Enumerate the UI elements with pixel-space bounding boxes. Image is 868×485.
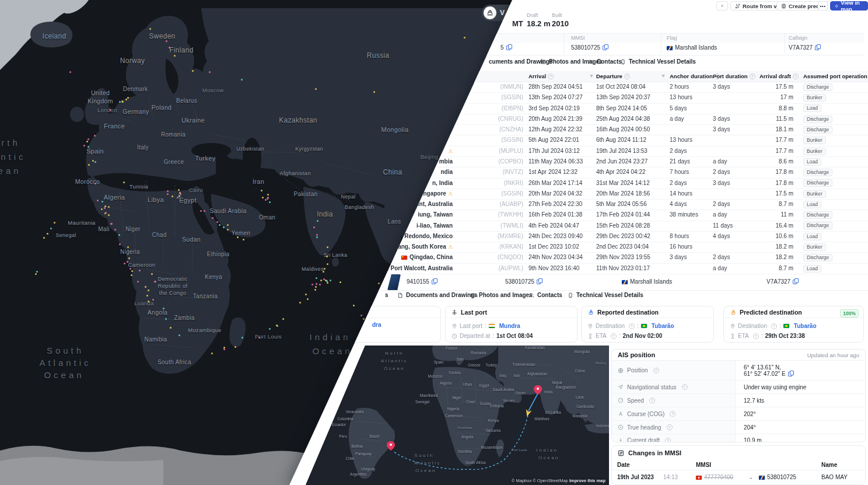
info-icon[interactable] [624, 74, 630, 79]
route-map-label: Namibia [458, 449, 472, 453]
route-map-label: Oman [515, 391, 526, 395]
destination-link[interactable]: Tubarão [794, 323, 817, 329]
route-map[interactable]: NorthAtlanticOceanSouthAtlanticOceanIndi… [306, 346, 609, 485]
copy-icon[interactable] [793, 278, 799, 284]
globe-icon [618, 368, 624, 374]
column-header[interactable]: Assumed port operation [803, 71, 868, 82]
port-name[interactable]: Morro Redondo, Mexico [386, 231, 453, 242]
table-row[interactable]: mbia(COPBO)11th May 2024 06:332nd Jun 20… [0, 156, 868, 168]
column-header[interactable]: Arrival [528, 71, 554, 82]
warning-icon[interactable]: ⚠ [448, 148, 453, 154]
port-name[interactable]: iung, Taiwan [418, 210, 453, 220]
copy-icon[interactable] [788, 371, 794, 376]
table-row[interactable]: Gwangyang, South Korea⚠(KRKAN)1st Dec 20… [0, 242, 868, 253]
table-row[interactable]: Qingdao, China(CNQDO)24th Nov 2023 04:34… [0, 252, 868, 263]
tab-technical-vessel-details[interactable]: Technical Vessel Details [568, 292, 643, 298]
table-row[interactable]: iung, Taiwan(TWKHH)16th Feb 2024 01:3817… [0, 210, 868, 221]
info-icon[interactable] [548, 74, 554, 79]
copy-icon[interactable] [432, 278, 438, 284]
info-icon[interactable] [667, 424, 673, 430]
copy-icon[interactable] [506, 44, 512, 50]
anchor-duration-cell: 3 days [670, 252, 687, 263]
info-icon[interactable] [629, 323, 635, 329]
copy-icon[interactable] [815, 44, 821, 50]
table-row[interactable]: (IDBPN)3rd Sep 2024 02:198th Sep 2024 14… [0, 103, 868, 114]
destination-link[interactable]: Tubarão [652, 323, 674, 329]
operation-cell: Discharge [803, 210, 832, 220]
anchor-duration-cell: 2 days [670, 146, 687, 156]
column-header[interactable]: Departure [596, 71, 630, 82]
warning-icon[interactable]: ⚠ [448, 191, 453, 197]
info-icon[interactable] [611, 333, 617, 339]
port-name[interactable]: ⚠ [446, 146, 453, 156]
table-row[interactable]: ⚠(MUPLU)17th Jul 2024 03:1219th Jul 2024… [0, 146, 868, 157]
table-row[interactable]: (INMUN)28th Sep 2024 04:511st Oct 2024 0… [0, 82, 868, 93]
table-row[interactable]: ndia(INVTZ)1st Apr 2024 12:324th Apr 202… [0, 167, 868, 178]
info-icon[interactable] [670, 411, 676, 417]
tab-s[interactable]: s [385, 292, 388, 298]
table-row[interactable]: (CNZHA)12th Aug 2024 22:3216th Aug 2024 … [0, 124, 868, 135]
table-row[interactable]: (SGSIN)5th Aug 2024 22:016th Aug 2024 11… [0, 135, 868, 146]
info-icon[interactable] [750, 74, 755, 79]
table-row[interactable]: Port Walcott, Australia(AUPWL)9th Nov 20… [0, 263, 868, 274]
arrival-draft-cell: 8.6 m [755, 156, 793, 167]
info-icon[interactable] [793, 74, 799, 79]
info-icon[interactable] [649, 397, 655, 403]
arrival-cell: 9th Nov 2023 16:40 [528, 263, 579, 274]
tab-documents-and-drawings[interactable]: Documents and Drawings [397, 292, 478, 298]
port-locode: (TWKHH) [498, 210, 523, 220]
info-icon[interactable] [771, 323, 777, 329]
route-map-label: Kenya [488, 418, 499, 423]
warning-icon[interactable]: ⚠ [448, 244, 453, 250]
operation-badge: Bunker [803, 190, 826, 198]
map-attribution[interactable]: © Mapbox © OpenStreetMap Improve this ma… [509, 477, 608, 484]
port-name[interactable]: Gwangyang, South Korea⚠ [367, 242, 453, 252]
more-options-button[interactable]: ••• [818, 1, 828, 11]
port-link-partial[interactable]: dra [372, 322, 382, 328]
column-header[interactable]: Port duration [713, 71, 755, 82]
port-locode: (CNZHA) [499, 124, 523, 135]
operation-badge: Discharge [803, 211, 832, 219]
table-row[interactable]: (SGSIN)13th Sep 2024 07:2713th Sep 2024 … [0, 92, 868, 103]
filter-icon[interactable] [590, 75, 593, 78]
table-row[interactable]: Singapore⚠(SGSIN)20th Mar 2024 04:3220th… [0, 189, 868, 200]
filter-icon[interactable] [662, 75, 665, 78]
port-duration-cell: 3 days [713, 114, 730, 124]
arrival-cell: 16th Feb 2024 01:38 [528, 210, 582, 220]
port-name[interactable]: mbia [439, 156, 453, 167]
mmsi-label: MMSI [571, 35, 585, 41]
departure-cell: 4th Apr 2024 04:22 [596, 167, 646, 177]
port-name[interactable]: Singapore⚠ [418, 189, 453, 199]
tab-contacts[interactable]: Contacts [588, 58, 622, 65]
port-name[interactable]: Qingdao, China [401, 252, 453, 263]
tab-contacts[interactable]: Contacts [528, 292, 562, 298]
tab-photos-and-images[interactable]: Photos and Images [470, 292, 533, 298]
info-icon[interactable] [682, 384, 688, 390]
port-name[interactable]: int, Australia [418, 199, 453, 210]
last-port-link[interactable]: Mundra [499, 323, 520, 329]
copy-icon[interactable] [603, 44, 608, 50]
copy-icon[interactable] [537, 278, 542, 284]
table-row[interactable]: Morro Redondo, Mexico(MXMRE)24th Dec 202… [0, 231, 868, 242]
changes-data-row[interactable]: 19th Jul 2023 14:13 477770400 → 53801072… [612, 470, 865, 484]
table-row[interactable]: int, Australia(AUABP)27th Feb 2024 22:30… [0, 199, 868, 210]
tab-technical-vessel-details[interactable]: Technical Vessel Details [620, 58, 696, 65]
operation-cell: Bunker [803, 242, 826, 252]
info-icon[interactable] [665, 438, 671, 443]
port-name[interactable]: n, India [432, 178, 453, 189]
table-row[interactable]: i-liao, Taiwan(TWMLI)4th Feb 2024 04:471… [0, 221, 868, 232]
view-in-map-button[interactable]: View in map [830, 1, 868, 11]
table-row[interactable]: (CNRUG)20th Aug 2024 21:3925th Aug 2024 … [0, 114, 868, 125]
notifications-button[interactable] [716, 1, 728, 11]
info-icon[interactable] [753, 333, 759, 339]
port-name[interactable]: ndia [440, 167, 453, 177]
port-name[interactable]: Port Walcott, Australia [383, 263, 453, 274]
operation-badge: Discharge [803, 254, 832, 261]
operation-cell: Discharge [803, 124, 832, 135]
column-header[interactable]: Arrival draft [760, 71, 799, 82]
port-name[interactable]: i-liao, Taiwan [416, 221, 453, 231]
table-row[interactable]: n, India(INKRI)26th Mar 2024 17:1431st M… [0, 178, 868, 189]
port-locode: (MXMRE) [498, 231, 523, 242]
info-icon[interactable] [653, 368, 659, 374]
port-duration-cell: 2 days [713, 167, 730, 177]
